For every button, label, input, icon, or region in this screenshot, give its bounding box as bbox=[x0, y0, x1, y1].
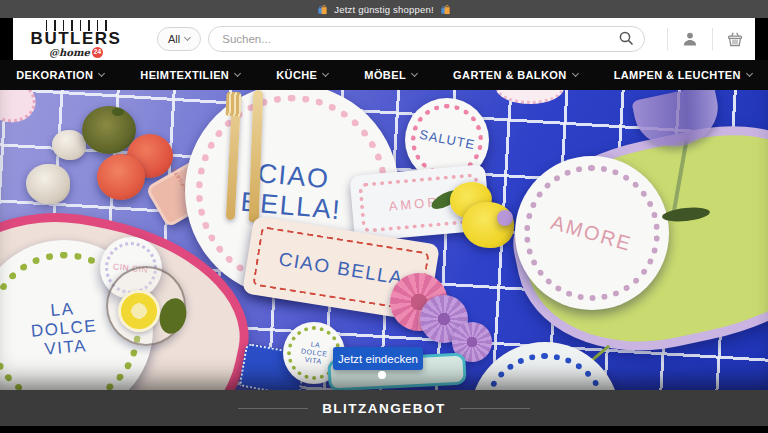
shopping-bag-icon bbox=[317, 4, 328, 15]
plate-la-dolce-vita-text: LA DOLCE VITA bbox=[29, 298, 100, 361]
small-purple-flower bbox=[497, 210, 513, 226]
logo-subtitle: @home 24 bbox=[49, 47, 103, 58]
logo-title: BUTLERS bbox=[31, 30, 122, 47]
nav-item-garten-balkon[interactable]: GARTEN & BALKON bbox=[453, 69, 578, 81]
plate-amore: AMORE bbox=[515, 156, 669, 310]
divider bbox=[712, 28, 713, 50]
lemon-slice bbox=[118, 290, 160, 332]
nav-item-lampen-leuchten[interactable]: LAMPEN & LEUCHTEN bbox=[614, 69, 752, 81]
nav-item-heimtextilien[interactable]: HEIMTEXTILIEN bbox=[140, 69, 240, 81]
chevron-down-icon bbox=[234, 70, 241, 77]
chevron-down-icon bbox=[572, 70, 579, 77]
search-category-dropdown[interactable]: All bbox=[157, 27, 201, 51]
section-title: BLITZANGEBOT bbox=[322, 401, 446, 416]
nav-item-moebel[interactable]: MÖBEL bbox=[364, 69, 417, 81]
header-row: BUTLERS @home 24 All bbox=[0, 18, 768, 60]
nav-item-kueche[interactable]: KÜCHE bbox=[276, 69, 328, 81]
chevron-down-icon bbox=[184, 34, 191, 41]
divider bbox=[667, 28, 668, 50]
search-icon[interactable] bbox=[618, 30, 635, 47]
user-account-icon[interactable] bbox=[680, 29, 700, 49]
blitzangebot-section: BLITZANGEBOT bbox=[0, 390, 768, 426]
tomato-stem bbox=[112, 108, 124, 116]
cta-button[interactable]: Jetzt eindecken bbox=[333, 347, 423, 370]
search-box bbox=[208, 26, 645, 52]
blue-wave-ring bbox=[481, 353, 609, 390]
cart-basket-icon[interactable] bbox=[725, 29, 745, 49]
carousel-dot[interactable] bbox=[378, 371, 386, 379]
chevron-down-icon bbox=[411, 70, 418, 77]
chevron-down-icon bbox=[98, 70, 105, 77]
logo[interactable]: BUTLERS @home 24 bbox=[21, 20, 131, 58]
plate-dolce-vita-small-text: LA DOLCE VITA bbox=[299, 340, 329, 367]
shopping-bag-icon bbox=[440, 4, 451, 15]
search-area: All bbox=[157, 26, 645, 52]
garlic-bulb bbox=[52, 130, 86, 160]
promo-banner-text: Jetzt günstig shoppen! bbox=[334, 4, 433, 15]
page: Jetzt günstig shoppen! BUTLERS @home 24 … bbox=[0, 0, 768, 433]
divider-line bbox=[460, 408, 530, 409]
main-navigation: DEKORATION HEIMTEXTILIEN KÜCHE MÖBEL GAR… bbox=[0, 60, 768, 90]
tomato-red bbox=[97, 154, 145, 200]
fork-tines bbox=[225, 92, 241, 117]
hero-banner: SARDINEN-FILETS CIAO BELLA! SALUTE AMORE bbox=[0, 90, 768, 390]
logo-badge: 24 bbox=[92, 47, 103, 58]
header-icons bbox=[655, 28, 745, 50]
divider-line bbox=[238, 408, 308, 409]
header: BUTLERS @home 24 All bbox=[13, 18, 755, 60]
search-input[interactable] bbox=[208, 26, 645, 52]
promo-banner[interactable]: Jetzt günstig shoppen! bbox=[0, 0, 768, 18]
chevron-down-icon bbox=[322, 70, 329, 77]
nav-item-dekoration[interactable]: DEKORATION bbox=[16, 69, 104, 81]
garlic-bulb bbox=[26, 164, 70, 204]
chevron-down-icon bbox=[746, 70, 753, 77]
